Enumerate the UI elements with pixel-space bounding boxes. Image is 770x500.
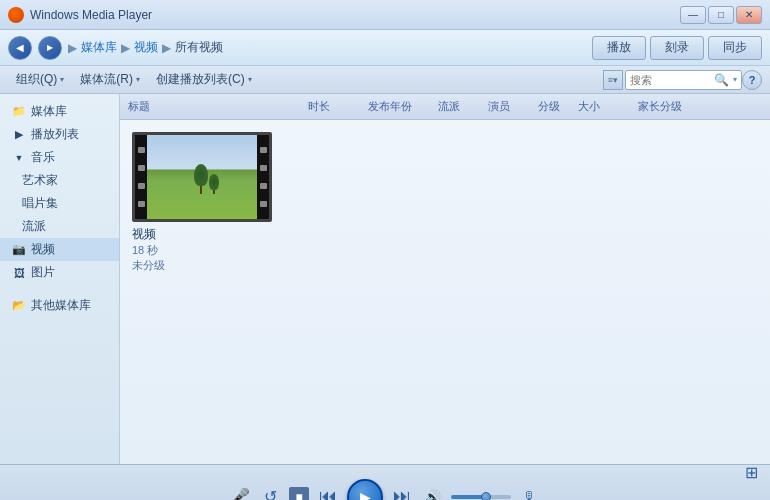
video-scene: [147, 135, 257, 219]
col-parental[interactable]: 家长分级: [638, 99, 682, 114]
titlebar: Windows Media Player — □ ✕: [0, 0, 770, 30]
search-icon[interactable]: 🔍: [714, 73, 729, 87]
video-thumbnail: [132, 132, 272, 222]
volume-thumb: [481, 492, 491, 501]
video-rating: 未分级: [132, 258, 272, 273]
photo-icon: 🖼: [12, 266, 26, 280]
minimize-button[interactable]: —: [680, 6, 706, 24]
sidebar-item-genre-label: 流派: [22, 218, 46, 235]
close-button[interactable]: ✕: [736, 6, 762, 24]
sidebar-item-genre[interactable]: 流派: [0, 215, 119, 238]
transport-controls: 🎤 ↺ ■ ⏮ ▶ ⏭ 🔊 🎙: [229, 479, 541, 501]
play-button[interactable]: 播放: [592, 36, 646, 60]
col-size[interactable]: 大小: [578, 99, 638, 114]
stop-button[interactable]: ■: [289, 487, 309, 501]
sidebar-item-library[interactable]: 📁 媒体库: [0, 100, 119, 123]
music-folder-icon: ▼: [12, 151, 26, 165]
menubar: 组织(Q) ▾ 媒体流(R) ▾ 创建播放列表(C) ▾ ≡▾ 🔍 ▾ ?: [0, 66, 770, 94]
library-icon: 📁: [12, 105, 26, 119]
play-pause-button[interactable]: ▶: [347, 479, 383, 501]
col-year[interactable]: 发布年份: [368, 99, 438, 114]
video-duration: 18 秒: [132, 243, 272, 258]
column-headers: 标题 时长 发布年份 流派 演员 分级 大小 家长分级: [120, 94, 770, 120]
window-controls: — □ ✕: [680, 6, 762, 24]
sidebar-item-album-label: 唱片集: [22, 195, 58, 212]
menu-stream-arrow: ▾: [136, 75, 140, 84]
scene-tree2: [208, 169, 220, 194]
menu-create-playlist[interactable]: 创建播放列表(C) ▾: [148, 66, 260, 93]
film-hole: [138, 147, 145, 153]
sync-button[interactable]: 同步: [708, 36, 762, 60]
search-input[interactable]: [630, 74, 710, 86]
repeat-button[interactable]: ↺: [259, 486, 281, 501]
prev-button[interactable]: ⏮: [317, 486, 339, 501]
back-button[interactable]: ◀: [8, 36, 32, 60]
action-buttons: 播放 刻录 同步: [592, 36, 762, 60]
video-image: [147, 135, 257, 219]
sidebar-item-playlist[interactable]: ▶ 播放列表: [0, 123, 119, 146]
burn-button[interactable]: 刻录: [650, 36, 704, 60]
sidebar-item-video-label: 视频: [31, 241, 55, 258]
app-icon: [8, 7, 24, 23]
menu-stream[interactable]: 媒体流(R) ▾: [72, 66, 148, 93]
help-button[interactable]: ?: [742, 70, 762, 90]
sidebar-gap: [0, 284, 119, 294]
sidebar-item-album[interactable]: 唱片集: [0, 192, 119, 215]
menu-create-arrow: ▾: [248, 75, 252, 84]
video-grid: 视频 18 秒 未分级: [120, 120, 770, 285]
breadcrumb-level2: 所有视频: [175, 39, 223, 56]
sidebar-item-photo[interactable]: 🖼 图片: [0, 261, 119, 284]
video-title: 视频: [132, 226, 272, 243]
switch-view-button[interactable]: ⊞: [745, 463, 758, 482]
view-mode-button[interactable]: ≡▾: [603, 70, 623, 90]
film-hole: [260, 183, 267, 189]
menu-organize-label: 组织(Q): [16, 71, 57, 88]
menu-stream-label: 媒体流(R): [80, 71, 133, 88]
sidebar-item-artist[interactable]: 艺术家: [0, 169, 119, 192]
col-rating[interactable]: 分级: [538, 99, 578, 114]
rip-button[interactable]: 🎤: [229, 486, 251, 501]
breadcrumb: ▶ 媒体库 ▶ 视频 ▶ 所有视频: [68, 39, 586, 56]
search-box: 🔍 ▾: [625, 70, 742, 90]
maximize-button[interactable]: □: [708, 6, 734, 24]
breadcrumb-level1[interactable]: 视频: [134, 39, 158, 56]
sidebar-item-video[interactable]: 📷 视频: [0, 238, 119, 261]
playlist-icon: ▶: [12, 128, 26, 142]
col-actor[interactable]: 演员: [488, 99, 538, 114]
sidebar-item-library-label: 媒体库: [31, 103, 67, 120]
toolbar: ◀ ▶ ▶ 媒体库 ▶ 视频 ▶ 所有视频 播放 刻录 同步: [0, 30, 770, 66]
film-hole: [138, 165, 145, 171]
menu-organize-arrow: ▾: [60, 75, 64, 84]
video-icon: 📷: [12, 243, 26, 257]
film-hole: [260, 147, 267, 153]
breadcrumb-root[interactable]: 媒体库: [81, 39, 117, 56]
sidebar-item-other[interactable]: 📂 其他媒体库: [0, 294, 119, 317]
breadcrumb-sep1: ▶: [121, 41, 130, 55]
menu-organize[interactable]: 组织(Q) ▾: [8, 66, 72, 93]
col-title[interactable]: 标题: [128, 99, 308, 114]
main-area: 📁 媒体库 ▶ 播放列表 ▼ 音乐 艺术家 唱片集 流派 📷 视频 🖼 图片: [0, 94, 770, 464]
mute-button[interactable]: 🔊: [421, 486, 443, 501]
sidebar-item-artist-label: 艺术家: [22, 172, 58, 189]
col-duration[interactable]: 时长: [308, 99, 368, 114]
film-strip-right: [257, 135, 269, 219]
app-title: Windows Media Player: [30, 8, 680, 22]
volume-slider[interactable]: [451, 495, 511, 499]
breadcrumb-arrow: ▶: [68, 41, 77, 55]
sidebar: 📁 媒体库 ▶ 播放列表 ▼ 音乐 艺术家 唱片集 流派 📷 视频 🖼 图片: [0, 94, 120, 464]
sidebar-item-music[interactable]: ▼ 音乐: [0, 146, 119, 169]
film-hole: [138, 183, 145, 189]
content-panel: 标题 时长 发布年份 流派 演员 分级 大小 家长分级: [120, 94, 770, 464]
search-dropdown-arrow[interactable]: ▾: [733, 75, 737, 84]
film-strip-left: [135, 135, 147, 219]
forward-button[interactable]: ▶: [38, 36, 62, 60]
enhance-button[interactable]: 🎙: [519, 486, 541, 501]
list-item[interactable]: 视频 18 秒 未分级: [132, 132, 272, 273]
next-button[interactable]: ⏭: [391, 486, 413, 501]
breadcrumb-sep2: ▶: [162, 41, 171, 55]
menu-create-label: 创建播放列表(C): [156, 71, 245, 88]
sidebar-item-music-label: 音乐: [31, 149, 55, 166]
sidebar-item-photo-label: 图片: [31, 264, 55, 281]
col-genre[interactable]: 流派: [438, 99, 488, 114]
player-bar: 🎤 ↺ ■ ⏮ ▶ ⏭ 🔊 🎙 ⊞: [0, 464, 770, 500]
